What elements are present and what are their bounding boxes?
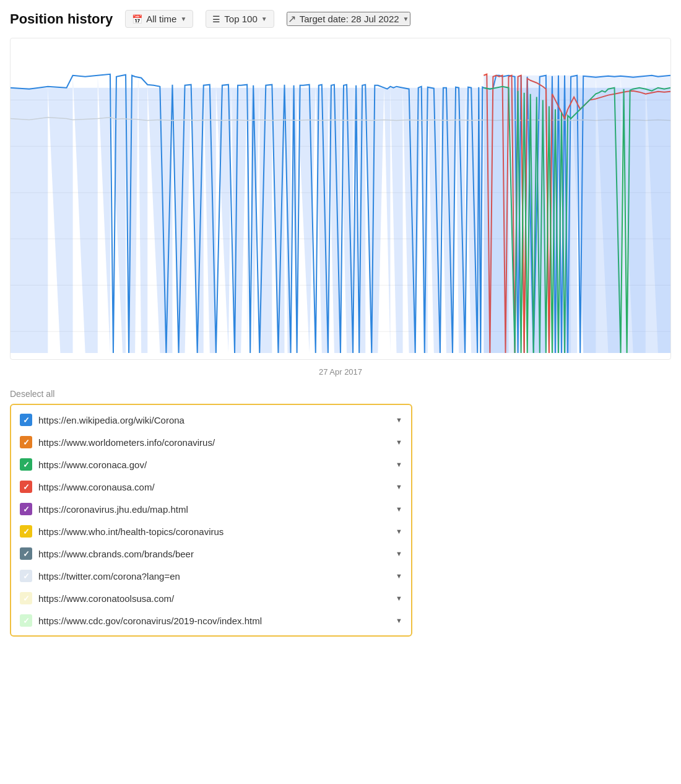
url-text: https://www.who.int/health-topics/corona… bbox=[38, 526, 389, 537]
url-list-item[interactable]: ✓https://www.coronatoolsusa.com/▼ bbox=[11, 587, 411, 609]
check-mark-icon: ✓ bbox=[23, 527, 30, 536]
target-date-label: Target date: 28 Jul 2022 bbox=[300, 14, 399, 24]
url-checkbox[interactable]: ✓ bbox=[20, 570, 32, 582]
url-checkbox[interactable]: ✓ bbox=[20, 414, 32, 426]
url-list-box: ✓https://en.wikipedia.org/wiki/Corona▼✓h… bbox=[10, 404, 412, 637]
url-list-item[interactable]: ✓https://www.cdc.gov/coronavirus/2019-nc… bbox=[11, 609, 411, 632]
url-checkbox[interactable]: ✓ bbox=[20, 547, 32, 560]
url-text: https://www.worldometers.info/coronaviru… bbox=[38, 437, 389, 448]
url-checkbox[interactable]: ✓ bbox=[20, 481, 32, 493]
check-mark-icon: ✓ bbox=[23, 549, 30, 559]
url-checkbox[interactable]: ✓ bbox=[20, 592, 32, 604]
url-text: https://www.coronaca.gov/ bbox=[38, 460, 389, 470]
url-list-item[interactable]: ✓https://en.wikipedia.org/wiki/Corona▼ bbox=[11, 409, 411, 431]
check-mark-icon: ✓ bbox=[23, 482, 30, 492]
url-dropdown-caret[interactable]: ▼ bbox=[396, 483, 402, 490]
url-dropdown-caret[interactable]: ▼ bbox=[396, 550, 402, 557]
url-list-item[interactable]: ✓https://www.who.int/health-topics/coron… bbox=[11, 520, 411, 542]
url-text: https://www.cdc.gov/coronavirus/2019-nco… bbox=[38, 616, 389, 626]
url-text: https://coronavirus.jhu.edu/map.html bbox=[38, 504, 389, 515]
check-mark-icon: ✓ bbox=[23, 594, 30, 603]
url-text: https://www.coronausa.com/ bbox=[38, 482, 389, 492]
url-dropdown-caret[interactable]: ▼ bbox=[396, 572, 402, 580]
deselect-all-button[interactable]: Deselect all bbox=[10, 389, 671, 399]
chart-x-label: 27 Apr 2017 bbox=[10, 367, 671, 377]
url-text: https://www.coronatoolsusa.com/ bbox=[38, 593, 389, 604]
url-list-item[interactable]: ✓https://www.coronaca.gov/▼ bbox=[11, 453, 411, 476]
check-mark-icon: ✓ bbox=[23, 460, 30, 469]
check-mark-icon: ✓ bbox=[23, 438, 30, 447]
check-mark-icon: ✓ bbox=[23, 505, 30, 514]
position-history-chart bbox=[10, 38, 671, 360]
url-dropdown-caret[interactable]: ▼ bbox=[396, 416, 402, 424]
check-mark-icon: ✓ bbox=[23, 572, 30, 581]
check-mark-icon: ✓ bbox=[23, 616, 30, 625]
url-list-item[interactable]: ✓https://www.coronausa.com/▼ bbox=[11, 476, 411, 498]
page-header: Position history 📅 All time ▼ ☰ Top 100 … bbox=[10, 10, 671, 28]
url-checkbox[interactable]: ✓ bbox=[20, 458, 32, 471]
url-dropdown-caret[interactable]: ▼ bbox=[396, 595, 402, 602]
url-dropdown-caret[interactable]: ▼ bbox=[396, 438, 402, 446]
all-time-dropdown[interactable]: 📅 All time ▼ bbox=[125, 10, 193, 28]
url-dropdown-caret[interactable]: ▼ bbox=[396, 505, 402, 513]
url-list-item[interactable]: ✓https://twitter.com/corona?lang=en▼ bbox=[11, 565, 411, 587]
url-checkbox[interactable]: ✓ bbox=[20, 436, 32, 448]
url-text: https://twitter.com/corona?lang=en bbox=[38, 571, 389, 581]
url-checkbox[interactable]: ✓ bbox=[20, 525, 32, 538]
url-list-item[interactable]: ✓https://www.worldometers.info/coronavir… bbox=[11, 431, 411, 453]
trend-icon: ↗ bbox=[288, 13, 296, 25]
url-dropdown-caret[interactable]: ▼ bbox=[396, 617, 402, 624]
target-date-dropdown[interactable]: ↗ Target date: 28 Jul 2022 ▼ bbox=[287, 12, 410, 26]
all-time-caret: ▼ bbox=[180, 15, 186, 22]
url-dropdown-caret[interactable]: ▼ bbox=[396, 528, 402, 535]
page-title: Position history bbox=[10, 11, 113, 27]
all-time-label: All time bbox=[146, 14, 176, 24]
url-list-item[interactable]: ✓https://coronavirus.jhu.edu/map.html▼ bbox=[11, 498, 411, 520]
target-date-caret: ▼ bbox=[403, 15, 409, 22]
url-text: https://www.cbrands.com/brands/beer bbox=[38, 549, 389, 559]
check-mark-icon: ✓ bbox=[23, 416, 30, 425]
top-100-caret: ▼ bbox=[261, 15, 267, 22]
url-list-item[interactable]: ✓https://www.cbrands.com/brands/beer▼ bbox=[11, 542, 411, 565]
url-checkbox[interactable]: ✓ bbox=[20, 503, 32, 515]
url-dropdown-caret[interactable]: ▼ bbox=[396, 461, 402, 468]
top-100-dropdown[interactable]: ☰ Top 100 ▼ bbox=[206, 10, 274, 28]
top-100-label: Top 100 bbox=[224, 14, 257, 24]
url-text: https://en.wikipedia.org/wiki/Corona bbox=[38, 415, 389, 425]
url-checkbox[interactable]: ✓ bbox=[20, 614, 32, 627]
